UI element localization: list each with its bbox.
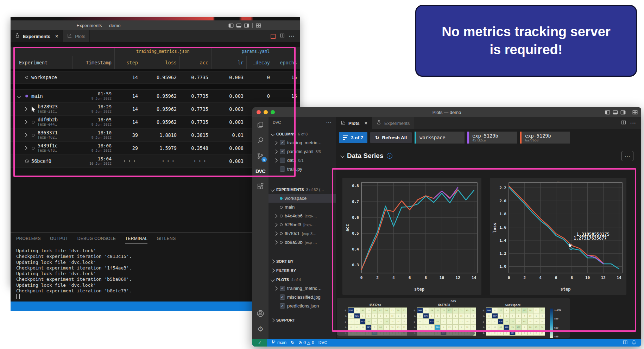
split-editor-icon[interactable] <box>621 120 626 126</box>
panel-tab-output[interactable]: OUTPUT <box>50 236 68 243</box>
search-icon[interactable] <box>252 133 269 148</box>
checkbox-icon[interactable] <box>280 158 285 163</box>
panel-tab-gitlens[interactable]: GITLENS <box>157 236 176 243</box>
column-header-epochs[interactable]: epochs <box>273 56 300 69</box>
sidebar-item-525bef3[interactable]: 525bef3[exp-… <box>269 220 336 229</box>
toggle-panel-icon[interactable] <box>613 110 618 115</box>
problems-item[interactable]: ⊘ 0 △ 0 <box>298 340 314 345</box>
horizontal-scrollbar[interactable] <box>337 331 475 336</box>
tab-experiments[interactable]: Experiments × <box>11 30 63 42</box>
column-header-step[interactable]: step <box>114 56 141 69</box>
twisty-chevron-icon[interactable] <box>23 146 27 150</box>
sidebar-item-trainpy[interactable]: train.py <box>269 165 336 173</box>
twisty-chevron-icon[interactable] <box>23 120 27 124</box>
toggle-sidebar-icon[interactable] <box>228 23 234 28</box>
column-header-Experiment[interactable]: Experiment <box>16 56 72 69</box>
revision-ribbon-6a77658[interactable]: exp-5129b 6a77658 <box>520 132 570 144</box>
toggle-secondary-sidebar-icon[interactable] <box>244 23 249 28</box>
more-actions-icon[interactable]: ··· <box>289 33 295 39</box>
panel-tab-problems[interactable]: PROBLEMS <box>16 236 41 243</box>
revision-ribbon-workspace[interactable]: workspace <box>415 132 465 144</box>
checkbox-icon[interactable]: ✓ <box>280 286 285 291</box>
group-header-params[interactable]: params.yaml <box>211 47 300 56</box>
panel-tab-terminal[interactable]: TERMINAL <box>125 236 148 243</box>
sidebar-more-icon[interactable]: ··· <box>326 120 332 125</box>
sidebar-item-f97f0c1[interactable]: f97f0c1[exp-3… <box>269 229 336 238</box>
table-row[interactable]: workspace140.959620.77350.003015 <box>11 71 300 84</box>
sidebar-section-columns[interactable]: COLUMNS6 of 8 <box>269 130 336 138</box>
panel-tab-debug-console[interactable]: DEBUG CONSOLE <box>77 236 116 243</box>
dvc-activity-icon[interactable]: DVC <box>252 164 269 179</box>
section-more-button[interactable]: ··· <box>621 151 633 161</box>
table-row[interactable]: main01:599 Jun 2022140.959620.77350.0030… <box>11 90 300 103</box>
dvc-status-item[interactable]: DVC <box>318 340 327 345</box>
sidebar-section-plots[interactable]: PLOTS4 of 4 <box>269 275 336 284</box>
sidebar-item-paramsyaml[interactable]: ✓params.yaml3/3 <box>269 147 336 156</box>
remote-indicator[interactable]: ✓ <box>252 339 267 347</box>
revision-ribbon-45f32ca[interactable]: exp-5129b 45f32ca <box>467 132 517 144</box>
value-cell-step: 29 <box>114 145 141 151</box>
sidebar-item-trainingmetric[interactable]: ✓training_metric… <box>269 138 336 147</box>
sidebar-item-misclassifiedjpg[interactable]: ✓misclassified.jpg <box>269 293 336 302</box>
checkbox-icon[interactable] <box>280 166 285 172</box>
acc-chart-card[interactable]: 024681012140.30.40.50.60.70.8stepacc <box>342 178 481 295</box>
checkbox-icon[interactable]: ✓ <box>280 303 285 309</box>
plots-titlebar[interactable]: Plots — demo <box>252 107 641 117</box>
tab-plots[interactable]: Plots <box>63 30 90 42</box>
customize-layout-icon[interactable] <box>632 110 638 115</box>
sidebar-item-data[interactable]: data0/1 <box>269 156 336 165</box>
sidebar-item-bb9a53b[interactable]: bb9a53b[exp-… <box>269 238 336 247</box>
info-icon[interactable]: i <box>387 153 392 159</box>
chevron-down-icon[interactable] <box>340 154 344 158</box>
close-icon[interactable]: × <box>55 33 58 39</box>
toggle-sidebar-icon[interactable] <box>605 110 610 115</box>
banner-line-1: No metrics tracking server <box>442 23 610 41</box>
checkbox-icon[interactable]: ✓ <box>280 294 285 300</box>
sidebar-section-sort-by[interactable]: SORT BY <box>269 257 336 266</box>
checkbox-icon[interactable]: ✓ <box>280 140 285 145</box>
extensions-icon[interactable] <box>252 179 269 195</box>
sidebar-item-workspace[interactable]: workspace <box>269 194 336 203</box>
experiments-titlebar[interactable]: Experiments — demo <box>11 20 300 30</box>
close-icon[interactable]: × <box>365 120 367 126</box>
drag-handle-icon[interactable]: ∙∙∙∙∙∙ <box>557 179 560 183</box>
checkbox-icon[interactable]: ✓ <box>280 149 285 154</box>
sidebar-item-main[interactable]: main <box>269 203 336 211</box>
filter-count-button[interactable]: 3 of 7 <box>339 132 367 143</box>
more-actions-icon[interactable]: ··· <box>630 120 636 126</box>
editor-layout-icon[interactable] <box>623 340 627 345</box>
notifications-bell-icon[interactable] <box>632 340 636 346</box>
tab-experiments[interactable]: Experiments <box>372 117 414 129</box>
twisty-chevron-icon[interactable] <box>17 94 21 98</box>
toggle-panel-icon[interactable] <box>236 23 241 28</box>
tab-plots[interactable]: Plots × <box>336 117 372 129</box>
group-header-training-metrics[interactable]: training_metrics.json <box>114 47 211 56</box>
sidebar-item-b4e4eb6[interactable]: b4e4eb6[exp-… <box>269 211 336 220</box>
sidebar-section-experiments[interactable]: EXPERIMENTS3 of 62 (… <box>269 185 336 194</box>
account-icon[interactable] <box>252 306 269 321</box>
twisty-chevron-icon[interactable] <box>23 133 27 137</box>
stop-record-icon[interactable] <box>271 34 276 39</box>
sidebar-section-support[interactable]: SUPPORT <box>269 316 336 324</box>
git-branch-item[interactable]: main <box>271 340 286 345</box>
column-header-loss[interactable]: loss <box>141 56 179 69</box>
customize-layout-icon[interactable] <box>256 23 261 28</box>
explorer-icon[interactable] <box>252 117 269 133</box>
column-header-lr[interactable]: lr <box>211 56 246 69</box>
source-control-icon[interactable]: 5 <box>252 148 269 164</box>
twisty-chevron-icon[interactable] <box>23 107 27 111</box>
sidebar-section-filter-by[interactable]: FILTER BY <box>269 266 336 275</box>
refresh-all-button[interactable]: ↻ Refresh All <box>370 132 412 143</box>
sync-icon[interactable]: ↻ <box>291 340 294 345</box>
toggle-secondary-sidebar-icon[interactable] <box>620 110 626 115</box>
loss-chart-card[interactable]: ∙∙∙∙∙∙ 024681012141.01.21.41.61.82.02.2s… <box>490 178 626 295</box>
column-header-Timestamp[interactable]: Timestamp <box>72 56 114 69</box>
sidebar-item-predictionsjson[interactable]: ✓predictions.json <box>269 302 336 310</box>
matrix-cell: 0 <box>348 324 354 330</box>
column-header-acc[interactable]: acc <box>179 56 211 69</box>
split-editor-icon[interactable] <box>280 33 285 39</box>
sidebar-item-trainingmetric[interactable]: ✓training_metric… <box>269 284 336 293</box>
column-header-decay[interactable]: …decay <box>246 56 273 69</box>
settings-gear-icon[interactable]: ⚙ <box>252 321 269 337</box>
terminal-output[interactable]: Updating lock file 'dvc.lock'Checkpoint … <box>16 248 132 300</box>
